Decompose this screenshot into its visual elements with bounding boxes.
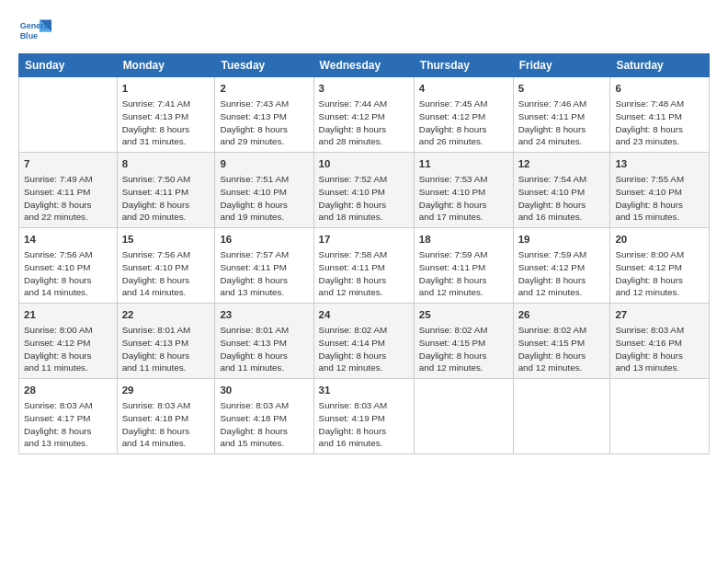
day-detail: and 14 minutes. xyxy=(122,286,210,299)
day-detail: and 12 minutes. xyxy=(518,286,606,299)
weekday-header-thursday: Thursday xyxy=(414,54,513,77)
calendar-cell: 26Sunrise: 8:02 AMSunset: 4:15 PMDayligh… xyxy=(513,304,610,379)
day-detail: Sunrise: 7:52 AM xyxy=(319,173,409,186)
day-detail: Sunrise: 8:03 AM xyxy=(24,399,112,412)
day-detail: Sunset: 4:10 PM xyxy=(319,186,409,199)
day-detail: Daylight: 8 hours xyxy=(24,425,112,438)
day-number: 29 xyxy=(122,383,210,397)
weekday-header-sunday: Sunday xyxy=(19,54,118,77)
calendar-cell: 10Sunrise: 7:52 AMSunset: 4:10 PMDayligh… xyxy=(313,153,414,228)
calendar-cell: 21Sunrise: 8:00 AMSunset: 4:12 PMDayligh… xyxy=(19,304,118,379)
week-row-2: 14Sunrise: 7:56 AMSunset: 4:10 PMDayligh… xyxy=(19,228,710,304)
day-detail: and 29 minutes. xyxy=(220,135,308,148)
day-number: 31 xyxy=(319,383,409,397)
day-detail: Sunrise: 7:51 AM xyxy=(220,173,308,186)
week-row-1: 7Sunrise: 7:49 AMSunset: 4:11 PMDaylight… xyxy=(19,153,710,228)
day-detail: Sunset: 4:11 PM xyxy=(319,261,409,274)
day-number: 14 xyxy=(24,232,112,247)
day-detail: Sunset: 4:11 PM xyxy=(615,110,704,123)
day-detail: and 13 minutes. xyxy=(24,437,112,450)
calendar-body: 1Sunrise: 7:41 AMSunset: 4:13 PMDaylight… xyxy=(19,77,710,454)
week-row-0: 1Sunrise: 7:41 AMSunset: 4:13 PMDaylight… xyxy=(19,77,710,153)
day-detail: Sunset: 4:15 PM xyxy=(518,337,606,350)
calendar-cell: 6Sunrise: 7:48 AMSunset: 4:11 PMDaylight… xyxy=(610,77,710,153)
day-number: 9 xyxy=(220,156,308,171)
calendar-cell: 25Sunrise: 8:02 AMSunset: 4:15 PMDayligh… xyxy=(414,304,513,379)
day-detail: Daylight: 8 hours xyxy=(24,350,112,362)
day-detail: Sunset: 4:12 PM xyxy=(24,337,112,350)
calendar-cell: 11Sunrise: 7:53 AMSunset: 4:10 PMDayligh… xyxy=(414,153,513,228)
day-detail: Sunset: 4:10 PM xyxy=(419,186,508,199)
header: General Blue xyxy=(18,17,710,44)
day-number: 22 xyxy=(122,307,210,322)
day-detail: and 31 minutes. xyxy=(122,135,210,148)
calendar-cell: 15Sunrise: 7:56 AMSunset: 4:10 PMDayligh… xyxy=(117,228,215,304)
day-detail: and 11 minutes. xyxy=(220,362,308,374)
day-number: 25 xyxy=(419,307,508,322)
svg-text:General: General xyxy=(20,21,51,30)
day-detail: Daylight: 8 hours xyxy=(419,274,508,287)
day-number: 1 xyxy=(122,81,210,96)
day-detail: and 15 minutes. xyxy=(220,437,308,450)
day-detail: Sunset: 4:15 PM xyxy=(419,337,508,350)
svg-text:Blue: Blue xyxy=(20,31,39,40)
calendar-cell: 24Sunrise: 8:02 AMSunset: 4:14 PMDayligh… xyxy=(313,304,414,379)
day-number: 5 xyxy=(518,81,606,96)
day-detail: Sunrise: 8:00 AM xyxy=(24,324,112,337)
day-detail: Sunset: 4:17 PM xyxy=(24,412,112,425)
day-detail: Daylight: 8 hours xyxy=(319,123,409,136)
day-detail: Daylight: 8 hours xyxy=(518,274,606,287)
day-detail: and 28 minutes. xyxy=(319,135,409,148)
calendar-cell: 13Sunrise: 7:55 AMSunset: 4:10 PMDayligh… xyxy=(610,153,710,228)
day-detail: Sunrise: 7:55 AM xyxy=(615,173,704,186)
day-detail: Daylight: 8 hours xyxy=(518,350,606,362)
day-detail: Sunrise: 7:56 AM xyxy=(122,248,210,261)
calendar-cell: 27Sunrise: 8:03 AMSunset: 4:16 PMDayligh… xyxy=(610,304,710,379)
day-number: 15 xyxy=(122,232,210,247)
day-detail: and 12 minutes. xyxy=(319,286,409,299)
day-detail: Sunset: 4:10 PM xyxy=(24,261,112,274)
calendar-cell: 23Sunrise: 8:01 AMSunset: 4:13 PMDayligh… xyxy=(215,304,313,379)
calendar-cell: 1Sunrise: 7:41 AMSunset: 4:13 PMDaylight… xyxy=(117,77,215,153)
day-detail: Daylight: 8 hours xyxy=(319,199,409,212)
day-number: 8 xyxy=(122,156,210,171)
week-row-3: 21Sunrise: 8:00 AMSunset: 4:12 PMDayligh… xyxy=(19,304,710,379)
day-detail: Daylight: 8 hours xyxy=(220,199,308,212)
day-detail: Daylight: 8 hours xyxy=(220,425,308,438)
weekday-header-monday: Monday xyxy=(117,54,215,77)
calendar-cell xyxy=(19,77,118,153)
calendar-cell: 12Sunrise: 7:54 AMSunset: 4:10 PMDayligh… xyxy=(513,153,610,228)
weekday-header-saturday: Saturday xyxy=(610,54,710,77)
day-detail: Sunrise: 8:00 AM xyxy=(615,248,704,261)
day-detail: and 14 minutes. xyxy=(122,437,210,450)
day-detail: Sunset: 4:12 PM xyxy=(319,110,409,123)
day-detail: Sunrise: 8:01 AM xyxy=(220,324,308,337)
day-detail: Sunset: 4:12 PM xyxy=(419,110,508,123)
calendar-cell: 20Sunrise: 8:00 AMSunset: 4:12 PMDayligh… xyxy=(610,228,710,304)
day-number: 2 xyxy=(220,81,308,96)
day-detail: Sunrise: 7:48 AM xyxy=(615,98,704,110)
day-number: 3 xyxy=(319,81,409,96)
logo-icon: General Blue xyxy=(18,17,51,44)
day-detail: and 16 minutes. xyxy=(518,211,606,224)
day-number: 26 xyxy=(518,307,606,322)
day-detail: and 12 minutes. xyxy=(615,286,704,299)
day-detail: Sunrise: 8:02 AM xyxy=(419,324,508,337)
calendar-cell: 3Sunrise: 7:44 AMSunset: 4:12 PMDaylight… xyxy=(313,77,414,153)
day-detail: Daylight: 8 hours xyxy=(615,123,704,136)
calendar-cell: 31Sunrise: 8:03 AMSunset: 4:19 PMDayligh… xyxy=(313,379,414,454)
day-detail: Sunset: 4:18 PM xyxy=(220,412,308,425)
day-detail: Daylight: 8 hours xyxy=(220,350,308,362)
day-number: 28 xyxy=(24,383,112,397)
day-detail: Daylight: 8 hours xyxy=(122,425,210,438)
day-detail: and 18 minutes. xyxy=(319,211,409,224)
day-detail: Daylight: 8 hours xyxy=(122,274,210,287)
calendar-cell: 30Sunrise: 8:03 AMSunset: 4:18 PMDayligh… xyxy=(215,379,313,454)
day-detail: Sunset: 4:10 PM xyxy=(122,261,210,274)
day-detail: Daylight: 8 hours xyxy=(419,350,508,362)
calendar-cell xyxy=(414,379,513,454)
logo: General Blue xyxy=(18,17,51,44)
calendar-cell: 7Sunrise: 7:49 AMSunset: 4:11 PMDaylight… xyxy=(19,153,118,228)
day-detail: and 20 minutes. xyxy=(122,211,210,224)
day-number: 27 xyxy=(615,307,704,322)
